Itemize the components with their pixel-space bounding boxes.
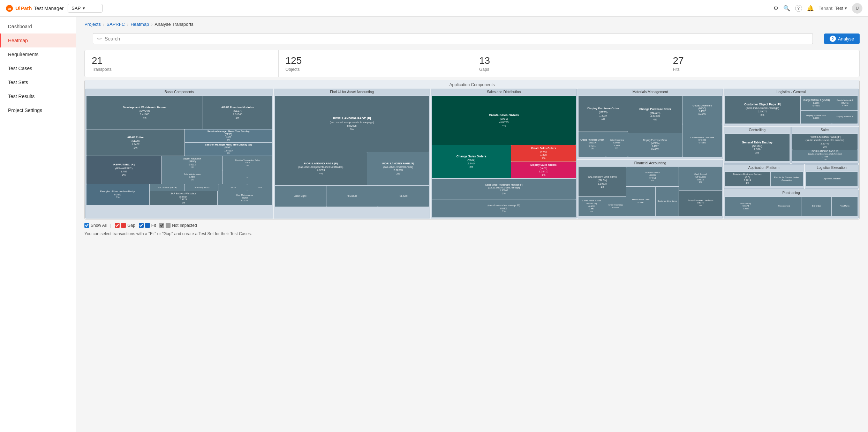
sales-monitor-container: Sales Order Fulfillment Monitor [F] (cos…: [432, 179, 576, 200]
tile-log-exec1[interactable]: Logistics Execution: [806, 172, 858, 186]
sidebar-item-heatmap[interactable]: Heatmap: [0, 33, 76, 47]
tile-fiori-sm1[interactable]: Asset Mgmt: [275, 186, 326, 207]
legend-gap[interactable]: Gap: [115, 223, 135, 228]
tile-maintain-bp[interactable]: Maintain Business Partner (BP) 0.7614 1%: [725, 172, 770, 186]
tile-se16n[interactable]: General Table Display (SE16N) 2.956 3%: [725, 134, 790, 161]
tile-customer-page[interactable]: Customer Object Page [F] (mdm.md.custome…: [725, 96, 800, 124]
heatmap-title: Application Components: [85, 80, 859, 88]
tile-me23b[interactable]: Display Purchase Order (ME23b) 0.4507 0.…: [628, 133, 682, 157]
tile-migo[interactable]: Goods Movement (MIGO) 0.4507 0.466%: [682, 96, 722, 124]
gap-checkbox[interactable]: [115, 223, 120, 228]
search-input[interactable]: [105, 36, 808, 42]
tile-roles2[interactable]: ...: [223, 170, 272, 184]
tenant-label: Tenant:: [819, 6, 834, 11]
breadcrumb-saprfc[interactable]: SAPRFC: [106, 22, 125, 27]
tile-wh91[interactable]: Session Manager Menu Tree Display [W] (W…: [185, 143, 272, 156]
stat-objects: 125 Objects: [279, 50, 473, 77]
tile-fb01-id: (FB01): [649, 174, 656, 177]
project-selector[interactable]: SAP ▾: [68, 4, 103, 13]
sidebar-item-test-results[interactable]: Test Results: [0, 89, 76, 103]
tile-v01-gap[interactable]: Create Sales Orders (V-01) 1.335 1%: [511, 145, 576, 162]
not-impacted-checkbox[interactable]: [159, 223, 164, 228]
fit-checkbox[interactable]: [139, 223, 144, 228]
tile-master-issue[interactable]: Master Issue Form 0.3445: [626, 187, 655, 216]
tile-se14[interactable]: Data Browser (SE14): [150, 184, 184, 191]
tile-misc1[interactable]: Relation Transaction Cube 0.007 0%: [223, 156, 272, 170]
tenant-selector[interactable]: Tenant: Test ▾: [819, 6, 847, 11]
tile-va01[interactable]: Create Sales Orders (VA01) 4.04795 4%: [432, 96, 576, 145]
tile-roles-name: Role Maintenance: [184, 173, 201, 176]
mm-col3-bottom: Cancel Invoice Document 0.43805 0.458%: [682, 124, 722, 157]
tile-inbound-srv[interactable]: Enter Incoming Service 0.3421 1%: [606, 132, 628, 156]
legend-show-all-label: Show All: [91, 223, 107, 228]
tile-sales-monitor[interactable]: Sales Order Fulfillment Monitor [F] (cos…: [432, 179, 576, 200]
tile-notification[interactable]: FIORI LANDING PAGE [F] (sap.ushell.compo…: [275, 152, 367, 185]
tile-fiori2[interactable]: FIORI LANDING PAGE [F] (sap.ushell.rende…: [367, 152, 429, 185]
tile-se37[interactable]: ABAP Function Modules (SE37) 2.01345 2%: [203, 96, 272, 129]
tile-xs2[interactable]: BBS: [247, 184, 272, 191]
search-icon[interactable]: 🔍: [783, 5, 790, 12]
tile-purch4[interactable]: Prtn Mgmt: [832, 197, 858, 216]
tile-se93[interactable]: Session Manager Menu Tree Display (SE93)…: [185, 129, 272, 142]
sidebar-item-test-cases[interactable]: Test Cases: [0, 61, 76, 75]
breadcrumb-heatmap[interactable]: Heatmap: [130, 22, 149, 27]
tile-dwdm[interactable]: Development Workbench Demos (DWDM) 3.416…: [86, 96, 203, 129]
tile-me23[interactable]: Display Purchase Order (ME23) 1.3034 1%: [579, 96, 628, 132]
tile-purch1[interactable]: Purchasing 0.6578 0.36%: [725, 197, 767, 216]
settings-icon[interactable]: ⚙: [773, 5, 778, 12]
tile-user-maint[interactable]: User Maintenance 0.8207 0.393%: [218, 191, 272, 205]
tile-homepage[interactable]: FIORI LANDING PAGE [F] (sap.ushell.compo…: [275, 96, 429, 152]
show-all-checkbox[interactable]: [84, 223, 89, 228]
tile-ui-design[interactable]: Examples of User Interface Design 0.5347…: [86, 184, 149, 205]
tile-fiori-sales[interactable]: FIORI LANDING PAGE [F] (ssuite.smartbusi…: [792, 134, 858, 150]
breadcrumb-sep-1: ›: [103, 22, 104, 27]
tile-va02[interactable]: Change Sales Orders (VA02) 2.2404 2%: [432, 145, 511, 178]
analyse-button[interactable]: 2 Analyse: [824, 33, 860, 44]
legend-show-all[interactable]: Show All: [84, 223, 107, 228]
tile-wh91-val: 1.84615: [224, 149, 233, 152]
tile-log-sm2[interactable]: Create Material & (MM01) 1.3953: [832, 96, 858, 110]
stat-objects-label: Objects: [286, 67, 465, 72]
tile-se80[interactable]: Object Navigator (SE80) 0.6632 1%: [162, 156, 223, 170]
tile-me22n[interactable]: Change Purchase Order (ME22N) 4.34945 4%: [628, 96, 682, 133]
tile-fiori-sm2[interactable]: FI Module: [326, 186, 378, 207]
tile-log-sm4[interactable]: Display Material &: [832, 111, 858, 124]
sidebar-item-dashboard[interactable]: Dashboard: [0, 20, 76, 33]
tile-va03-gap[interactable]: Display Sales Orders (VA03) 1.28415 1%: [511, 162, 576, 178]
tile-inbound-fi[interactable]: Enter Incoming Service: [605, 197, 626, 216]
tile-purch3[interactable]: SD Order: [801, 197, 831, 216]
tile-fiori-sales-pct: 2%: [823, 145, 827, 148]
sidebar-item-requirements[interactable]: Requirements: [0, 47, 76, 61]
tile-fiori-sales2[interactable]: FIORI LANDING PAGE [F] (ssuite.smartbusi…: [792, 150, 858, 161]
breadcrumb-projects[interactable]: Projects: [84, 22, 101, 27]
sidebar-item-project-settings[interactable]: Project Settings: [0, 103, 76, 117]
tile-fiori-sm3[interactable]: GL Acct: [378, 186, 429, 207]
tile-fbl3n[interactable]: G/L Account Line Items (FBL3N) 1.19315 1…: [579, 167, 626, 196]
sidebar-item-test-sets[interactable]: Test Sets: [0, 75, 76, 89]
user-avatar[interactable]: U: [852, 3, 862, 14]
tile-oo1[interactable]: Dictionary (OO1): [184, 184, 219, 191]
tile-fb01[interactable]: Post Document (FB01) 0.4913 1%: [626, 167, 679, 187]
tile-mfcas01[interactable]: Cash Journal (MFCAS01) 0.4913 1%: [679, 167, 722, 190]
tile-cancel-inv[interactable]: Cancel Invoice Document 0.43805 0.458%: [682, 124, 722, 157]
tile-purch2[interactable]: Procurement: [767, 197, 801, 216]
tile-log-sm1[interactable]: Change Material & (MM51) 1.1953 0.409%: [801, 96, 832, 110]
tile-roles[interactable]: Role Maintenance 0.4879 1%: [162, 170, 223, 184]
notification-bell-icon[interactable]: 🔔: [807, 5, 814, 12]
tile-as01[interactable]: Create Asset Master Record [W] (AS01) 0.…: [579, 197, 605, 216]
tile-xs1[interactable]: SE16: [219, 184, 247, 191]
tile-log-sm3[interactable]: Display Material BDR 0.5286: [801, 111, 832, 124]
tile-se38[interactable]: ABAP Editor (SE38) 1.8462 2%: [86, 129, 184, 156]
section-sales-dist: Sales and Distribution Create Sales Orde…: [431, 89, 577, 218]
legend-fit[interactable]: Fit: [139, 223, 156, 228]
tile-gl-acct[interactable]: Plan list for General Ledger Accounting: [771, 172, 803, 186]
tile-me219[interactable]: Create Purchase Order (ME219) 0.4071 1%: [579, 132, 605, 156]
tile-me23b-id: (ME23b): [651, 142, 659, 145]
tile-sales-manage[interactable]: (cos.sd.salesorders.manage [F]) 0.6207 1…: [432, 200, 576, 217]
legend-not-impacted[interactable]: Not Impacted: [159, 223, 197, 228]
tile-cust-line[interactable]: Customer Line Items: [656, 187, 679, 216]
tile-sbwp[interactable]: SAP Business Workplace (SBWp) 0.8323 1%: [150, 191, 217, 205]
tile-rswaitsec[interactable]: RSWAITSEC [R] (RSWAITSEC) 1.482 2%: [86, 156, 161, 184]
help-icon[interactable]: ?: [795, 5, 802, 12]
tile-groupcust[interactable]: Group Customer Line Items 0.5346 1%: [679, 191, 722, 216]
